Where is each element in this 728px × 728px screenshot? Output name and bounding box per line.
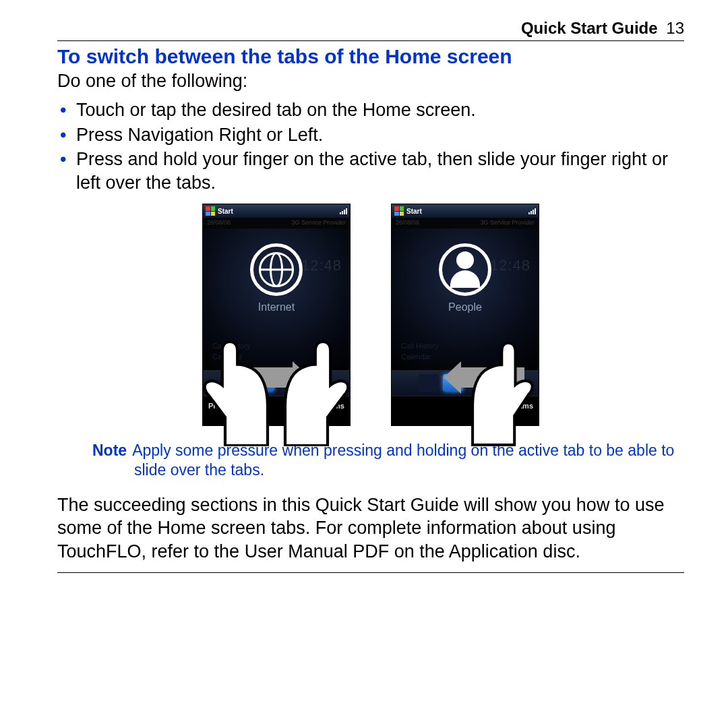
active-tab-label: Internet: [258, 301, 295, 313]
person-icon: [439, 243, 491, 296]
softkey-left: Phone: [208, 402, 231, 410]
home-main-area: 12:48 Internet Call History Calendar: [203, 229, 350, 370]
closing-paragraph: The succeeding sections in this Quick St…: [57, 493, 684, 564]
sub-status-bar: 26/08/08 3G Service Provider: [203, 218, 350, 229]
softkey-bar: Programs: [392, 396, 539, 415]
signal-icon: [528, 208, 536, 214]
list-item: Press Navigation Right or Left.: [76, 123, 684, 147]
swipe-left-arrow-icon: [444, 364, 524, 391]
tab-slot: [419, 374, 439, 392]
note-label: Note: [92, 442, 127, 459]
softkey-right: ms: [334, 402, 344, 410]
sub-status-bar: 26/08/08 3G Service Provider: [392, 218, 539, 229]
intro-text: Do one of the following:: [57, 71, 684, 92]
start-label: Start: [218, 208, 233, 215]
phone-mock-internet: Start 26/08/08 3G Service Provider 12:48…: [202, 204, 351, 426]
footer-rule: [57, 572, 684, 573]
windows-flag-icon: [206, 206, 215, 216]
page-number: 13: [666, 19, 684, 37]
list-item: Touch or tap the desired tab on the Home…: [76, 98, 684, 122]
note-block: NoteApply some pressure when pressing an…: [67, 441, 675, 480]
swipe-right-arrow-icon: [229, 364, 310, 391]
status-bar: Start: [392, 204, 539, 218]
clock-hint: 12:48: [301, 257, 342, 274]
faded-menu: Call History Calendar: [212, 340, 250, 362]
date-label: 26/08/08: [207, 219, 231, 229]
provider-label: 3G Service Provider: [291, 219, 346, 229]
section-heading: To switch between the tabs of the Home s…: [57, 45, 684, 68]
active-tab-label: People: [448, 301, 482, 313]
clock-hint: 12:48: [490, 257, 530, 274]
page-header: Quick Start Guide 13: [57, 19, 684, 41]
note-text: Apply some pressure when pressing and ho…: [132, 442, 674, 479]
start-label: Start: [406, 208, 422, 215]
globe-icon: [250, 243, 303, 296]
provider-label: 3G Service Provider: [480, 219, 535, 229]
list-item: Press and hold your finger on the active…: [76, 148, 684, 194]
instruction-list: Touch or tap the desired tab on the Home…: [57, 98, 684, 194]
signal-icon: [340, 208, 347, 214]
windows-flag-icon: [394, 206, 404, 216]
softkey-bar: Phone ms: [203, 396, 350, 415]
phone-mock-people: Start 26/08/08 3G Service Provider 12:48…: [391, 204, 539, 426]
faded-menu: Call History Calendar: [401, 340, 439, 362]
status-bar: Start: [203, 204, 350, 218]
date-label: 26/08/08: [396, 219, 419, 229]
softkey-right: Programs: [499, 402, 533, 410]
home-main-area: 12:48 People Call History Calendar: [392, 229, 539, 370]
phone-illustrations: Start 26/08/08 3G Service Provider 12:48…: [57, 204, 684, 426]
header-title: Quick Start Guide: [521, 19, 658, 37]
